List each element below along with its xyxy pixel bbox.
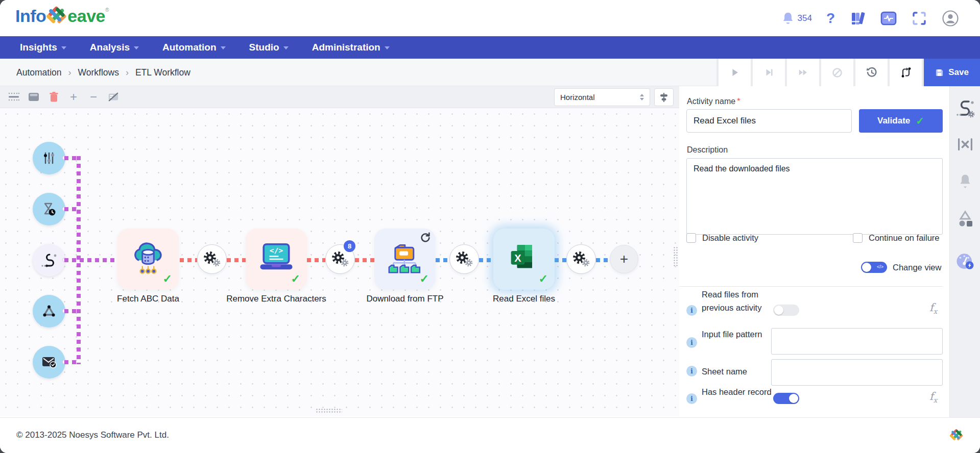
breadcrumb-separator: › xyxy=(68,67,71,78)
run-button[interactable] xyxy=(719,59,751,86)
plus-icon: + xyxy=(620,251,628,267)
orientation-select[interactable]: Horizontal xyxy=(554,88,650,106)
node-download-from-ftp[interactable]: ✓ xyxy=(374,229,436,290)
connector-settings-1[interactable] xyxy=(197,244,227,274)
cancel-run-button[interactable] xyxy=(821,59,853,86)
chevron-down-icon xyxy=(283,46,289,49)
connector-settings-2[interactable]: 8 xyxy=(325,244,355,274)
floppy-disk-icon xyxy=(935,68,944,77)
node-label: Download from FTP xyxy=(344,294,466,304)
node-read-excel-files[interactable]: X ✓ xyxy=(493,229,555,290)
palette-workflow-schedule[interactable] xyxy=(33,193,65,225)
disable-activity-checkbox[interactable] xyxy=(686,233,696,243)
weave-logo-icon xyxy=(44,4,69,29)
run-history-button[interactable] xyxy=(855,59,888,86)
connector-settings-3[interactable] xyxy=(449,244,479,274)
connector-blue xyxy=(596,258,610,262)
activity-notifications-button[interactable] xyxy=(955,172,975,192)
gear-icon xyxy=(341,259,349,267)
compare-versions-button[interactable] xyxy=(890,59,922,86)
nav-insights[interactable]: Insights xyxy=(20,42,66,53)
input-file-pattern-input[interactable] xyxy=(771,328,943,355)
info-icon[interactable]: i xyxy=(686,393,697,404)
valid-check-icon: ✓ xyxy=(539,272,548,286)
continue-on-failure-label: Continue on failure xyxy=(869,233,940,243)
palette-workflow-start[interactable] xyxy=(33,244,65,276)
read-files-previous-toggle[interactable] xyxy=(773,305,799,316)
chevron-down-icon xyxy=(61,46,66,49)
crumb-workflows[interactable]: Workflows xyxy=(78,67,119,78)
connector-purple xyxy=(64,309,78,313)
sheet-name-input[interactable] xyxy=(771,359,943,386)
performance-gauge-button[interactable] xyxy=(955,251,975,272)
history-icon xyxy=(866,66,878,79)
schedule-icon xyxy=(41,202,57,217)
palette-workflow-parameters[interactable] xyxy=(33,142,65,174)
activity-name-label: Activity name* xyxy=(687,97,740,106)
continue-on-failure-option: Continue on failure xyxy=(853,233,940,243)
notification-count: 354 xyxy=(798,13,812,23)
activity-name-input[interactable] xyxy=(686,109,852,133)
library-icon[interactable] xyxy=(849,10,866,27)
workspace: + − Horizontal xyxy=(0,86,980,417)
nav-automation[interactable]: Automation xyxy=(162,42,226,53)
breadcrumb-row: Automation › Workflows › ETL Workflow xyxy=(0,59,980,86)
snap-grid-icon xyxy=(8,92,19,102)
fx-formula-icon[interactable]: fx xyxy=(929,301,937,315)
retry-count-badge: 8 xyxy=(344,240,355,252)
palette-workflow-integrations[interactable] xyxy=(33,295,65,328)
connector-purple-to-start xyxy=(64,258,117,262)
shapes-icon xyxy=(957,210,974,228)
orientation-value: Horizontal xyxy=(560,93,595,102)
nav-studio[interactable]: Studio xyxy=(249,42,289,53)
change-view-toggle[interactable] xyxy=(861,262,887,273)
auto-arrange-button[interactable] xyxy=(654,88,674,106)
fast-forward-button[interactable] xyxy=(787,59,819,86)
clear-activity-button[interactable] xyxy=(955,134,975,155)
notifications-button[interactable]: 354 xyxy=(780,11,812,26)
node-fetch-abc-data[interactable]: ✓ xyxy=(117,229,179,290)
workflow-canvas[interactable]: ✓ Fetch ABC Data </> ✓ Remove Extra xyxy=(0,108,679,416)
has-header-record-toggle[interactable] xyxy=(773,393,799,404)
workflow-settings-button[interactable] xyxy=(955,98,975,119)
info-icon[interactable]: i xyxy=(686,305,697,316)
info-icon[interactable]: i xyxy=(686,337,697,348)
nav-analysis[interactable]: Analysis xyxy=(90,42,139,53)
connector-settings-4[interactable] xyxy=(566,244,596,274)
snap-to-grid-button[interactable] xyxy=(8,91,19,103)
palette-workflow-notifications[interactable] xyxy=(33,346,65,379)
parameters-icon xyxy=(41,150,57,166)
description-textarea[interactable]: Read the downloaded files xyxy=(686,158,943,235)
nav-administration[interactable]: Administration xyxy=(312,42,390,53)
integrations-icon xyxy=(41,304,57,319)
disable-activity-option: Disable activity xyxy=(686,233,758,243)
minimap-button[interactable] xyxy=(28,91,39,103)
logo-text-info: Info xyxy=(15,6,46,26)
run-to-activity-button[interactable] xyxy=(753,59,785,86)
crumb-automation[interactable]: Automation xyxy=(16,67,62,78)
gear-icon xyxy=(582,259,590,267)
infoweave-logo[interactable]: Info eave ® xyxy=(15,6,109,29)
logo-text-eave: eave xyxy=(67,6,105,26)
system-status-icon[interactable] xyxy=(880,11,897,26)
help-button[interactable]: ? xyxy=(826,10,835,27)
continue-on-failure-checkbox[interactable] xyxy=(853,233,863,243)
validate-button[interactable]: Validate ✓ xyxy=(859,109,943,133)
save-button[interactable]: Save xyxy=(924,59,980,86)
node-remove-extra-characters[interactable]: </> ✓ xyxy=(246,229,307,290)
canvas-scroll-handle[interactable] xyxy=(316,408,342,414)
activity-shapes-button[interactable] xyxy=(955,209,975,229)
info-icon[interactable]: i xyxy=(686,366,697,376)
account-icon[interactable] xyxy=(941,9,960,28)
main-nav: Insights Analysis Automation Studio Admi… xyxy=(0,36,980,59)
panel-resize-handle[interactable] xyxy=(673,246,679,267)
connector-red xyxy=(355,258,374,262)
zoom-in-button[interactable]: + xyxy=(68,91,79,103)
hide-preview-button[interactable] xyxy=(108,91,119,103)
fx-formula-icon[interactable]: fx xyxy=(929,390,937,404)
zoom-out-button[interactable]: − xyxy=(88,91,99,103)
delete-activity-button[interactable] xyxy=(48,91,59,103)
add-activity-button[interactable]: + xyxy=(610,245,638,273)
crumb-current: ETL Workflow xyxy=(135,67,190,78)
fullscreen-icon[interactable] xyxy=(912,11,927,26)
